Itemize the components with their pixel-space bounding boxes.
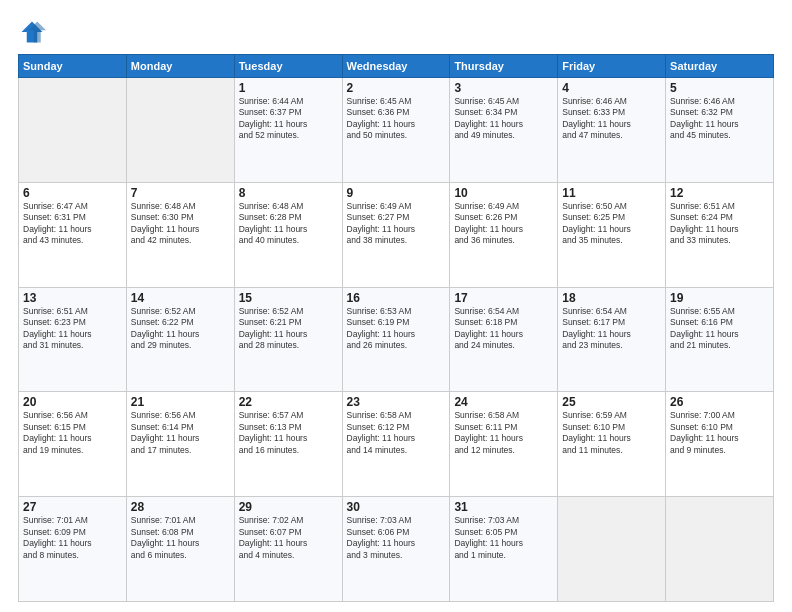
day-number: 6 — [23, 186, 122, 200]
day-number: 26 — [670, 395, 769, 409]
day-cell: 5Sunrise: 6:46 AM Sunset: 6:32 PM Daylig… — [666, 78, 774, 183]
day-info: Sunrise: 7:00 AM Sunset: 6:10 PM Dayligh… — [670, 410, 769, 456]
header-cell-tuesday: Tuesday — [234, 55, 342, 78]
day-info: Sunrise: 6:46 AM Sunset: 6:33 PM Dayligh… — [562, 96, 661, 142]
day-cell: 26Sunrise: 7:00 AM Sunset: 6:10 PM Dayli… — [666, 392, 774, 497]
day-cell: 3Sunrise: 6:45 AM Sunset: 6:34 PM Daylig… — [450, 78, 558, 183]
day-cell: 4Sunrise: 6:46 AM Sunset: 6:33 PM Daylig… — [558, 78, 666, 183]
day-info: Sunrise: 6:45 AM Sunset: 6:36 PM Dayligh… — [347, 96, 446, 142]
week-row-4: 27Sunrise: 7:01 AM Sunset: 6:09 PM Dayli… — [19, 497, 774, 602]
day-cell: 30Sunrise: 7:03 AM Sunset: 6:06 PM Dayli… — [342, 497, 450, 602]
header-cell-friday: Friday — [558, 55, 666, 78]
day-info: Sunrise: 6:54 AM Sunset: 6:18 PM Dayligh… — [454, 306, 553, 352]
day-cell: 25Sunrise: 6:59 AM Sunset: 6:10 PM Dayli… — [558, 392, 666, 497]
day-cell: 23Sunrise: 6:58 AM Sunset: 6:12 PM Dayli… — [342, 392, 450, 497]
day-number: 1 — [239, 81, 338, 95]
day-info: Sunrise: 6:49 AM Sunset: 6:27 PM Dayligh… — [347, 201, 446, 247]
day-cell: 9Sunrise: 6:49 AM Sunset: 6:27 PM Daylig… — [342, 182, 450, 287]
header-cell-wednesday: Wednesday — [342, 55, 450, 78]
week-row-3: 20Sunrise: 6:56 AM Sunset: 6:15 PM Dayli… — [19, 392, 774, 497]
header-cell-saturday: Saturday — [666, 55, 774, 78]
day-info: Sunrise: 6:57 AM Sunset: 6:13 PM Dayligh… — [239, 410, 338, 456]
day-cell: 27Sunrise: 7:01 AM Sunset: 6:09 PM Dayli… — [19, 497, 127, 602]
day-cell — [666, 497, 774, 602]
day-info: Sunrise: 6:55 AM Sunset: 6:16 PM Dayligh… — [670, 306, 769, 352]
day-number: 5 — [670, 81, 769, 95]
day-number: 12 — [670, 186, 769, 200]
day-info: Sunrise: 7:02 AM Sunset: 6:07 PM Dayligh… — [239, 515, 338, 561]
day-number: 23 — [347, 395, 446, 409]
logo-icon — [18, 18, 46, 46]
day-number: 13 — [23, 291, 122, 305]
day-cell: 28Sunrise: 7:01 AM Sunset: 6:08 PM Dayli… — [126, 497, 234, 602]
day-cell: 7Sunrise: 6:48 AM Sunset: 6:30 PM Daylig… — [126, 182, 234, 287]
page: SundayMondayTuesdayWednesdayThursdayFrid… — [0, 0, 792, 612]
day-number: 10 — [454, 186, 553, 200]
day-number: 8 — [239, 186, 338, 200]
day-cell: 11Sunrise: 6:50 AM Sunset: 6:25 PM Dayli… — [558, 182, 666, 287]
day-cell: 16Sunrise: 6:53 AM Sunset: 6:19 PM Dayli… — [342, 287, 450, 392]
day-number: 20 — [23, 395, 122, 409]
day-cell — [126, 78, 234, 183]
day-number: 16 — [347, 291, 446, 305]
day-cell: 6Sunrise: 6:47 AM Sunset: 6:31 PM Daylig… — [19, 182, 127, 287]
day-info: Sunrise: 6:59 AM Sunset: 6:10 PM Dayligh… — [562, 410, 661, 456]
calendar-header: SundayMondayTuesdayWednesdayThursdayFrid… — [19, 55, 774, 78]
day-cell: 8Sunrise: 6:48 AM Sunset: 6:28 PM Daylig… — [234, 182, 342, 287]
day-number: 2 — [347, 81, 446, 95]
header-cell-sunday: Sunday — [19, 55, 127, 78]
day-cell: 20Sunrise: 6:56 AM Sunset: 6:15 PM Dayli… — [19, 392, 127, 497]
day-number: 11 — [562, 186, 661, 200]
day-cell: 24Sunrise: 6:58 AM Sunset: 6:11 PM Dayli… — [450, 392, 558, 497]
day-cell: 21Sunrise: 6:56 AM Sunset: 6:14 PM Dayli… — [126, 392, 234, 497]
day-info: Sunrise: 6:47 AM Sunset: 6:31 PM Dayligh… — [23, 201, 122, 247]
day-number: 25 — [562, 395, 661, 409]
day-info: Sunrise: 7:01 AM Sunset: 6:08 PM Dayligh… — [131, 515, 230, 561]
day-info: Sunrise: 6:48 AM Sunset: 6:28 PM Dayligh… — [239, 201, 338, 247]
day-info: Sunrise: 6:56 AM Sunset: 6:15 PM Dayligh… — [23, 410, 122, 456]
day-info: Sunrise: 6:46 AM Sunset: 6:32 PM Dayligh… — [670, 96, 769, 142]
day-cell: 1Sunrise: 6:44 AM Sunset: 6:37 PM Daylig… — [234, 78, 342, 183]
day-number: 15 — [239, 291, 338, 305]
day-info: Sunrise: 6:58 AM Sunset: 6:12 PM Dayligh… — [347, 410, 446, 456]
day-cell — [558, 497, 666, 602]
day-cell: 29Sunrise: 7:02 AM Sunset: 6:07 PM Dayli… — [234, 497, 342, 602]
day-number: 18 — [562, 291, 661, 305]
day-info: Sunrise: 6:58 AM Sunset: 6:11 PM Dayligh… — [454, 410, 553, 456]
day-cell: 2Sunrise: 6:45 AM Sunset: 6:36 PM Daylig… — [342, 78, 450, 183]
day-cell: 10Sunrise: 6:49 AM Sunset: 6:26 PM Dayli… — [450, 182, 558, 287]
day-info: Sunrise: 6:54 AM Sunset: 6:17 PM Dayligh… — [562, 306, 661, 352]
day-number: 31 — [454, 500, 553, 514]
day-info: Sunrise: 6:51 AM Sunset: 6:23 PM Dayligh… — [23, 306, 122, 352]
calendar-body: 1Sunrise: 6:44 AM Sunset: 6:37 PM Daylig… — [19, 78, 774, 602]
day-info: Sunrise: 6:56 AM Sunset: 6:14 PM Dayligh… — [131, 410, 230, 456]
day-number: 21 — [131, 395, 230, 409]
day-info: Sunrise: 7:01 AM Sunset: 6:09 PM Dayligh… — [23, 515, 122, 561]
day-info: Sunrise: 7:03 AM Sunset: 6:05 PM Dayligh… — [454, 515, 553, 561]
day-info: Sunrise: 6:52 AM Sunset: 6:21 PM Dayligh… — [239, 306, 338, 352]
day-cell: 14Sunrise: 6:52 AM Sunset: 6:22 PM Dayli… — [126, 287, 234, 392]
day-cell: 12Sunrise: 6:51 AM Sunset: 6:24 PM Dayli… — [666, 182, 774, 287]
header — [18, 18, 774, 46]
day-number: 4 — [562, 81, 661, 95]
day-number: 24 — [454, 395, 553, 409]
day-number: 9 — [347, 186, 446, 200]
day-number: 28 — [131, 500, 230, 514]
day-info: Sunrise: 6:48 AM Sunset: 6:30 PM Dayligh… — [131, 201, 230, 247]
day-number: 17 — [454, 291, 553, 305]
calendar-table: SundayMondayTuesdayWednesdayThursdayFrid… — [18, 54, 774, 602]
day-info: Sunrise: 6:45 AM Sunset: 6:34 PM Dayligh… — [454, 96, 553, 142]
day-info: Sunrise: 6:50 AM Sunset: 6:25 PM Dayligh… — [562, 201, 661, 247]
logo — [18, 18, 50, 46]
header-cell-monday: Monday — [126, 55, 234, 78]
day-info: Sunrise: 6:52 AM Sunset: 6:22 PM Dayligh… — [131, 306, 230, 352]
day-number: 14 — [131, 291, 230, 305]
header-cell-thursday: Thursday — [450, 55, 558, 78]
day-number: 27 — [23, 500, 122, 514]
day-number: 3 — [454, 81, 553, 95]
day-number: 7 — [131, 186, 230, 200]
day-info: Sunrise: 6:51 AM Sunset: 6:24 PM Dayligh… — [670, 201, 769, 247]
day-number: 29 — [239, 500, 338, 514]
day-cell: 22Sunrise: 6:57 AM Sunset: 6:13 PM Dayli… — [234, 392, 342, 497]
day-number: 22 — [239, 395, 338, 409]
